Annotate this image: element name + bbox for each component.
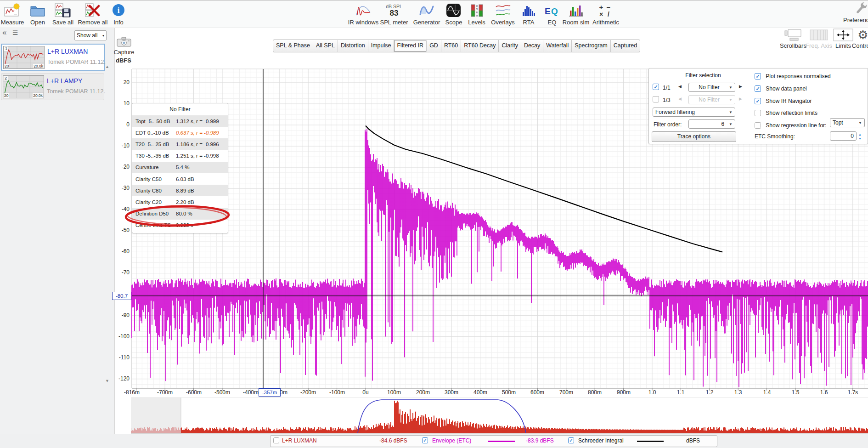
toolbar-ir-windows-button[interactable]: IR windows: [347, 2, 380, 26]
filtering-mode-dropdown[interactable]: Forward filtering▼: [653, 108, 735, 117]
tab-waterfall[interactable]: Waterfall: [543, 40, 572, 52]
etc-smoothing-input[interactable]: 0: [830, 131, 857, 141]
controls-icon: ⚙: [846, 28, 868, 42]
scroll-down-icon[interactable]: ▼: [105, 379, 109, 383]
tab-filtered-ir[interactable]: Filtered IR: [394, 40, 427, 52]
envelope-line-swatch: [488, 441, 515, 442]
filter-1-1-dropdown[interactable]: No Filter▼: [688, 83, 735, 92]
y-axis-tick: -70: [113, 269, 130, 276]
arithmetic-icon: +−×/: [589, 2, 622, 19]
measurement-thumbnail: 1 20 20.0k: [3, 46, 45, 69]
toolbar-ir-windows-label: IR windows: [347, 19, 380, 26]
menu-icon[interactable]: ≡: [12, 27, 18, 38]
legend-units-label: dBFS: [686, 437, 700, 444]
toolbar-info-button[interactable]: i Info: [102, 2, 135, 26]
tab-spectrogram[interactable]: Spectrogram: [572, 40, 611, 52]
y-axis-tick: 20: [113, 79, 130, 85]
toolbar-arithmetic-button[interactable]: +−×/ Arithmetic: [589, 2, 622, 26]
collapse-sidebar-icon[interactable]: «: [2, 28, 6, 37]
prev-filter-icon[interactable]: ◀: [678, 84, 682, 89]
spl-meter-units: dB SPL: [386, 4, 402, 9]
x-axis-tick: 1.0: [638, 389, 666, 396]
freq-low-label: 20: [4, 93, 9, 98]
tab-impulse[interactable]: Impulse: [368, 40, 395, 52]
svg-text:−: −: [607, 3, 611, 11]
x-axis-tick: 0u: [352, 389, 379, 396]
option-row: ✓ Plot responses normalised: [755, 73, 831, 81]
tab-all-spl[interactable]: All SPL: [313, 40, 338, 52]
toolbar-spl-meter-button[interactable]: dB SPL83 SPL meter: [378, 2, 411, 26]
legend-envelope-checkbox[interactable]: ✓: [422, 437, 428, 443]
x-axis-tick: -500m: [209, 389, 236, 396]
data-panel-row-definition-d50: Definition D50 80.0 %: [132, 208, 228, 220]
filter-order-label: Filter order:: [654, 121, 682, 128]
trace-options-button[interactable]: Trace options: [652, 131, 736, 142]
measurement-item-2[interactable]: 2 20 20.0k L+R LAMPY Tomek POMIAR 11.12.: [1, 74, 104, 100]
option-checkbox-3[interactable]: [755, 110, 761, 116]
option-checkbox-4[interactable]: [755, 122, 761, 129]
chevron-down-icon: ▼: [729, 110, 733, 114]
tab-rt60-decay[interactable]: RT60 Decay: [461, 40, 499, 52]
measurement-title: L+R LUXMAN: [47, 48, 88, 55]
svg-text:6: 6: [476, 11, 478, 14]
x-axis-tick: 1.3: [724, 389, 752, 396]
toolbar-room-sim-button[interactable]: Room sim: [559, 2, 592, 26]
x-axis-tick: 100m: [380, 389, 408, 396]
option-checkbox-0[interactable]: ✓: [755, 73, 761, 79]
tab-captured[interactable]: Captured: [611, 40, 640, 52]
metric-value: 2.20 dB: [176, 199, 194, 205]
measurement-thumbnail: 2 20 20.0k: [3, 75, 44, 98]
filter-order-dropdown[interactable]: 6▼: [688, 119, 735, 129]
ir-windows-icon: [347, 2, 380, 19]
filter-1-1-checkbox[interactable]: ✓: [653, 84, 659, 90]
tab-spl-phase[interactable]: SPL & Phase: [273, 40, 313, 52]
metric-label: Clarity C80: [135, 188, 162, 193]
y-axis-tick: -10: [113, 142, 130, 149]
svg-text:3: 3: [476, 8, 478, 11]
chevron-down-icon: ▾: [102, 34, 104, 38]
save-all-icon: [46, 2, 79, 19]
y-axis-tick: 10: [113, 100, 130, 107]
scroll-up-icon[interactable]: ▲: [105, 64, 109, 69]
next-filter-icon[interactable]: ▶: [739, 84, 742, 89]
spin-up-icon[interactable]: ▲: [858, 133, 862, 136]
metric-value: 80.0 %: [176, 211, 192, 216]
tab-rt60[interactable]: RT60: [441, 40, 461, 52]
tab-gd[interactable]: GD: [427, 40, 441, 52]
show-all-dropdown[interactable]: Show all ▾: [74, 30, 107, 40]
svg-text:0: 0: [476, 5, 478, 7]
preferences-button[interactable]: Preferences: [843, 1, 868, 23]
tab-distortion[interactable]: Distortion: [338, 40, 368, 52]
ir-navigator[interactable]: [131, 397, 868, 436]
measurement-title: L+R LAMPY: [47, 77, 82, 85]
wrench-icon: [843, 1, 868, 17]
regression-line-dropdown[interactable]: Topt▼: [830, 118, 865, 127]
filter-1-3-checkbox[interactable]: [653, 96, 659, 102]
chevron-down-icon: ▼: [729, 85, 733, 90]
toolbar-save-all-label: Save all: [46, 19, 79, 26]
option-checkbox-2[interactable]: ✓: [755, 98, 761, 104]
legend-luxman-checkbox[interactable]: [273, 437, 279, 443]
svg-text:i: i: [118, 6, 120, 15]
schroeder-line-swatch: [637, 441, 664, 442]
x-axis-tick: 200m: [409, 389, 437, 396]
measurement-item-1[interactable]: 1 20 20.0k L+R LUXMAN Tomek POMIAR 11.12…: [1, 44, 105, 71]
tab-decay[interactable]: Decay: [521, 40, 543, 52]
legend-schroeder-label: Schroeder Integral: [578, 437, 624, 444]
controls-button[interactable]: ⚙ Controls: [846, 28, 868, 49]
legend-schroeder-checkbox[interactable]: ✓: [568, 437, 574, 443]
capture-button[interactable]: Capture: [110, 37, 138, 56]
option-label: Show data panel: [766, 85, 806, 92]
x-axis-tick: 1.6: [810, 389, 838, 396]
option-label: Plot responses normalised: [766, 73, 830, 79]
tab-clarity[interactable]: Clarity: [499, 40, 521, 52]
y-axis-tick: -60: [113, 248, 130, 255]
measurement-index: 1: [4, 46, 8, 51]
spin-down-icon[interactable]: ▼: [858, 137, 862, 140]
option-checkbox-1[interactable]: ✓: [755, 85, 761, 92]
toolbar-save-all-button[interactable]: Save all: [46, 2, 79, 26]
x-axis-tick: 1.5: [782, 389, 809, 396]
metric-label: EDT 0..-10 dB: [135, 130, 169, 136]
metric-value: 1.251 s, r = -0.998: [176, 153, 219, 159]
legend-measurement-label: L+R LUXMAN: [282, 437, 317, 444]
